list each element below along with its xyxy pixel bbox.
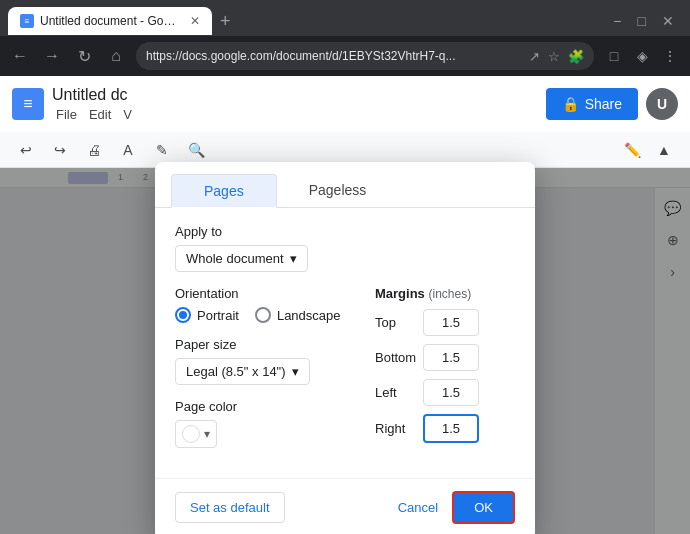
menu-edit[interactable]: Edit xyxy=(85,106,115,123)
extensions-icon[interactable]: ◈ xyxy=(630,44,654,68)
top-margin-row: Top xyxy=(375,309,515,336)
bottom-margin-row: Bottom xyxy=(375,344,515,371)
landscape-label: Landscape xyxy=(277,308,341,323)
tab-favicon: ≡ xyxy=(20,14,34,28)
dialog-footer: Set as default Cancel OK xyxy=(155,478,535,534)
doc-title-area: Untitled dc File Edit V xyxy=(52,86,538,123)
apply-to-row: Apply to Whole document ▾ xyxy=(175,224,515,272)
toolbar-right: ✏️ ▲ xyxy=(618,136,678,164)
apply-to-label: Apply to xyxy=(175,224,515,239)
reload-button[interactable]: ↻ xyxy=(72,44,96,68)
forward-button[interactable]: → xyxy=(40,44,64,68)
home-button[interactable]: ⌂ xyxy=(104,44,128,68)
dialog-body: Apply to Whole document ▾ Orientation xyxy=(155,208,535,478)
tab-title: Untitled document - Google Do... xyxy=(40,14,180,28)
share-button[interactable]: 🔒 Share xyxy=(546,88,638,120)
paper-size-arrow: ▾ xyxy=(292,364,299,379)
left-margin-input[interactable] xyxy=(423,379,479,406)
docs-logo: ≡ xyxy=(12,88,44,120)
redo-button[interactable]: ↪ xyxy=(46,136,74,164)
orientation-options: Portrait Landscape xyxy=(175,307,355,323)
tab-pages[interactable]: Pages xyxy=(171,174,277,208)
page-setup-dialog: Pages Pageless Apply to Whole document ▾ xyxy=(155,162,535,534)
left-margin-label: Left xyxy=(375,385,415,400)
share-url-icon[interactable]: ↗ xyxy=(529,49,540,64)
orientation-row-container: Orientation Portrait Landscape xyxy=(175,286,355,323)
app-bar: ≡ Untitled dc File Edit V 🔒 Share U xyxy=(0,76,690,132)
top-margin-label: Top xyxy=(375,315,415,330)
bottom-margin-label: Bottom xyxy=(375,350,415,365)
document-title[interactable]: Untitled dc xyxy=(52,86,538,104)
menu-file[interactable]: File xyxy=(52,106,81,123)
paint-format-button[interactable]: ✎ xyxy=(148,136,176,164)
paper-size-row: Paper size Legal (8.5" x 14") ▾ xyxy=(175,337,355,385)
new-tab-button[interactable]: + xyxy=(220,11,231,32)
edit-mode-button[interactable]: ✏️ xyxy=(618,136,646,164)
window-controls: − □ ✕ xyxy=(613,13,682,29)
landscape-option[interactable]: Landscape xyxy=(255,307,341,323)
menu-icon[interactable]: ⋮ xyxy=(658,44,682,68)
tab-pageless[interactable]: Pageless xyxy=(277,174,399,207)
portrait-radio[interactable] xyxy=(175,307,191,323)
tab-bar: ≡ Untitled document - Google Do... ✕ + −… xyxy=(0,0,690,36)
menu-view[interactable]: V xyxy=(119,106,136,123)
right-section: Margins (inches) Top Bottom xyxy=(375,286,515,462)
apply-to-value: Whole document xyxy=(186,251,284,266)
section-divider: Orientation Portrait Landscape xyxy=(175,286,515,462)
modal-overlay: Pages Pageless Apply to Whole document ▾ xyxy=(0,168,690,534)
share-label: Share xyxy=(585,96,622,112)
color-preview xyxy=(182,425,200,443)
left-section: Orientation Portrait Landscape xyxy=(175,286,355,462)
apply-to-select[interactable]: Whole document ▾ xyxy=(175,245,308,272)
top-margin-input[interactable] xyxy=(423,309,479,336)
close-icon[interactable]: ✕ xyxy=(662,13,674,29)
dialog-tabs: Pages Pageless xyxy=(155,162,535,208)
left-margin-row: Left xyxy=(375,379,515,406)
bottom-margin-input[interactable] xyxy=(423,344,479,371)
user-avatar[interactable]: U xyxy=(646,88,678,120)
address-text: https://docs.google.com/document/d/1EBYS… xyxy=(146,49,523,63)
ok-button[interactable]: OK xyxy=(452,491,515,524)
back-button[interactable]: ← xyxy=(8,44,32,68)
address-bar[interactable]: https://docs.google.com/document/d/1EBYS… xyxy=(136,42,594,70)
portrait-option[interactable]: Portrait xyxy=(175,307,239,323)
page-color-row: Page color ▾ xyxy=(175,399,355,448)
apply-to-arrow: ▾ xyxy=(290,251,297,266)
browser-action-icons: □ ◈ ⋮ xyxy=(602,44,682,68)
landscape-radio[interactable] xyxy=(255,307,271,323)
minimize-icon[interactable]: − xyxy=(613,13,621,29)
color-arrow: ▾ xyxy=(204,427,210,441)
right-margin-row: Right xyxy=(375,414,515,443)
docs-icon-symbol: ≡ xyxy=(23,95,32,113)
tab-close-button[interactable]: ✕ xyxy=(190,14,200,28)
right-margin-input[interactable] xyxy=(423,414,479,443)
set-default-button[interactable]: Set as default xyxy=(175,492,285,523)
browser-chrome: ≡ Untitled document - Google Do... ✕ + −… xyxy=(0,0,690,76)
address-bar-row: ← → ↻ ⌂ https://docs.google.com/document… xyxy=(0,36,690,76)
maximize-icon[interactable]: □ xyxy=(638,13,646,29)
margin-grid: Top Bottom Left xyxy=(375,309,515,443)
address-icons: ↗ ☆ 🧩 xyxy=(529,49,584,64)
paper-size-label: Paper size xyxy=(175,337,355,352)
doc-menu: File Edit V xyxy=(52,106,538,123)
right-margin-label: Right xyxy=(375,421,415,436)
portrait-label: Portrait xyxy=(197,308,239,323)
page-color-selector[interactable]: ▾ xyxy=(175,420,217,448)
orientation-label: Orientation xyxy=(175,286,355,301)
print-button[interactable]: 🖨 xyxy=(80,136,108,164)
share-icon: 🔒 xyxy=(562,96,579,112)
zoom-button[interactable]: 🔍 xyxy=(182,136,210,164)
main-area: 1 2 3 4 5 6 💬 ⊕ › Pages xyxy=(0,168,690,534)
paper-size-select[interactable]: Legal (8.5" x 14") ▾ xyxy=(175,358,310,385)
margins-unit: (inches) xyxy=(428,287,471,301)
extension-icon[interactable]: 🧩 xyxy=(568,49,584,64)
bookmark-icon[interactable]: ☆ xyxy=(548,49,560,64)
active-tab[interactable]: ≡ Untitled document - Google Do... ✕ xyxy=(8,7,212,35)
spellcheck-button[interactable]: A xyxy=(114,136,142,164)
profile-icon[interactable]: □ xyxy=(602,44,626,68)
cancel-button[interactable]: Cancel xyxy=(384,493,452,522)
page-color-label: Page color xyxy=(175,399,355,414)
collapse-button[interactable]: ▲ xyxy=(650,136,678,164)
undo-button[interactable]: ↩ xyxy=(12,136,40,164)
paper-size-value: Legal (8.5" x 14") xyxy=(186,364,286,379)
